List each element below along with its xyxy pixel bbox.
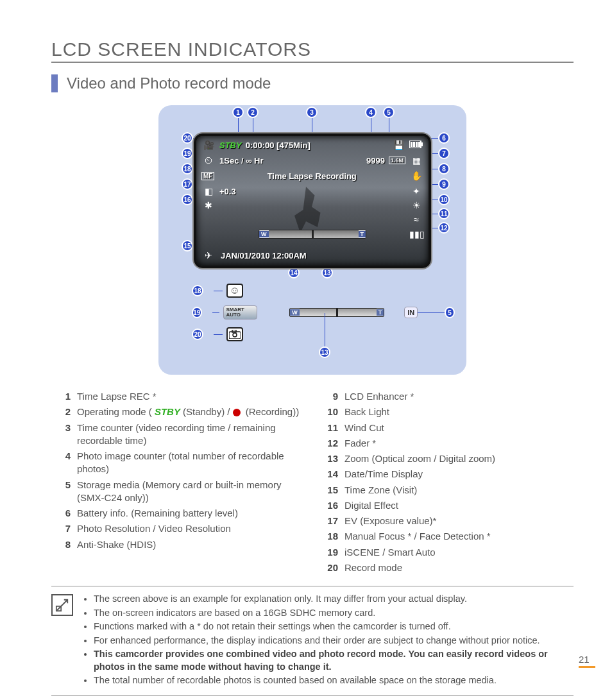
legend-text: Time counter (video recording time / rem…	[77, 422, 302, 448]
legend-num: 3	[55, 422, 71, 448]
ev-icon: ◧	[201, 186, 216, 196]
legend-item: 1Time Lapse REC *	[55, 390, 302, 403]
legend-item: 4Photo image counter (total number of re…	[55, 450, 302, 476]
callout-3: 3	[306, 107, 318, 118]
note-item: Functions marked with a * do not retain …	[94, 620, 574, 633]
legend-item: 20Record mode	[323, 561, 570, 574]
callout-9: 9	[438, 178, 450, 190]
secondary-icons: 18 ☺ 19 SMART AUTO W T IN 5 20	[202, 280, 455, 363]
rec-dot-icon	[233, 409, 241, 416]
callout-20b: 20	[192, 329, 203, 340]
ev-value: +0.3	[219, 187, 236, 196]
svg-rect-3	[413, 142, 415, 147]
legend-text: Zoom (Optical zoom / Digital zoom)	[344, 452, 495, 465]
svg-rect-2	[411, 142, 412, 147]
legend-num: 19	[323, 546, 338, 559]
mode-text: Time Lapse Recording	[268, 171, 357, 181]
legend-num: 12	[323, 437, 338, 450]
legend-num: 16	[323, 499, 338, 512]
storage-card-icon: 💾	[391, 140, 405, 150]
callout-7: 7	[438, 148, 450, 159]
anti-shake-icon: ✋	[409, 171, 423, 181]
datetime: JAN/01/2010 12:00AM	[221, 251, 307, 260]
legend-item: 19iSCENE / Smart Auto	[323, 546, 570, 559]
callout-13-lcd: 13	[321, 267, 333, 278]
callout-18b: 18	[192, 285, 203, 296]
legend-num: 10	[323, 405, 338, 418]
svg-point-8	[233, 333, 237, 337]
note-item: For enhanced performance, the display in…	[94, 635, 574, 647]
lcd-diagram: 1 2 3 4 5 20 19 18 17 16 15 6 7 8 9 10 1…	[158, 105, 466, 375]
callout-5-top: 5	[383, 107, 395, 118]
svg-rect-4	[416, 142, 418, 147]
callout-19: 19	[182, 148, 193, 159]
photo-mode-icon	[226, 327, 243, 341]
legend-item: 11Wind Cut	[323, 422, 570, 434]
callout-18: 18	[182, 163, 193, 175]
manual-focus-badge: MF	[201, 172, 214, 180]
callout-13b: 13	[319, 346, 330, 358]
legend-num: 4	[55, 450, 71, 476]
legend-text: Photo Resolution / Video Resolution	[77, 522, 231, 535]
legend-text: Operating mode ( STBY (Standby) / (Recor…	[77, 405, 299, 418]
callout-14: 14	[288, 267, 300, 278]
legend-item: 7Photo Resolution / Video Resolution	[55, 522, 302, 535]
callout-4: 4	[365, 107, 377, 118]
callout-6: 6	[438, 132, 450, 144]
backlight-icon: ☀	[409, 200, 423, 210]
legend-text: iSCENE / Smart Auto	[344, 546, 436, 559]
legend-text: Digital Effect	[344, 499, 398, 512]
section-title: Video and Photo record mode	[51, 74, 574, 92]
callout-2: 2	[247, 107, 259, 118]
legend-num: 6	[55, 507, 71, 520]
svg-rect-7	[232, 330, 236, 332]
page-title: LCD SCREEN INDICATORS	[51, 38, 574, 63]
legend-item: 6Battery info. (Remaining battery level)	[55, 507, 302, 520]
callout-20: 20	[182, 132, 193, 144]
face-detect-icon: ☺	[226, 284, 243, 298]
callout-11: 11	[438, 208, 450, 219]
note-icon	[51, 594, 73, 616]
callout-1: 1	[232, 107, 244, 118]
video-res-icon: ▦	[409, 155, 423, 166]
windcut-icon: ≈	[409, 214, 423, 225]
svg-rect-1	[421, 142, 423, 146]
callout-8: 8	[438, 163, 450, 175]
legend-item: 3Time counter (video recording time / re…	[55, 422, 302, 448]
legend-right: 9LCD Enhancer *10Back Light11Wind Cut12F…	[323, 390, 570, 577]
legend-item: 13Zoom (Optical zoom / Digital zoom)	[323, 452, 570, 465]
zoom-bar-lcd: W T	[259, 230, 366, 239]
smart-auto-icon: SMART AUTO	[223, 305, 257, 320]
callout-15: 15	[182, 240, 193, 252]
legend-item: 5Storage media (Memory card or built-in …	[55, 479, 302, 505]
legend-text: Fader *	[344, 437, 376, 450]
legend-item: 12Fader *	[323, 437, 570, 450]
internal-storage-icon: IN	[404, 307, 418, 318]
legend-text: LCD Enhancer *	[344, 390, 414, 403]
time-counter: 0:00:00 [475Min]	[246, 141, 310, 150]
legend-num: 9	[323, 390, 338, 403]
legend-text: Photo image counter (total number of rec…	[77, 450, 302, 476]
legend-text: Anti-Shake (HDIS)	[77, 538, 156, 551]
legend-text: Manual Focus * / Face Detection *	[344, 530, 491, 543]
lcd-enhancer-icon: ✦	[409, 186, 423, 196]
legend-text: Storage media (Memory card or built-in m…	[77, 479, 302, 505]
legend-text: Record mode	[344, 561, 402, 574]
legend-text: Date/Time Display	[344, 468, 423, 481]
stby-inline-icon: STBY	[155, 406, 180, 417]
legend-left: 1Time Lapse REC *2Operating mode ( STBY …	[55, 390, 302, 577]
note-item: The on-screen indicators are based on a …	[94, 607, 574, 620]
callout-16: 16	[182, 194, 193, 205]
note-item: The screen above is an example for expla…	[94, 593, 574, 606]
callout-10: 10	[438, 194, 450, 205]
legend-text: EV (Exposure value)*	[344, 515, 436, 527]
legend-item: 9LCD Enhancer *	[323, 390, 570, 403]
legend-text: Time Lapse REC *	[77, 390, 157, 403]
lcd-screen: 🎥 STBY 0:00:00 [475Min] 💾 ⏲ 1Sec / ∞ Hr …	[194, 133, 431, 268]
legend-text: Wind Cut	[344, 422, 384, 434]
photo-res-badge: 1.6M	[389, 157, 405, 164]
legend-item: 8Anti-Shake (HDIS)	[55, 538, 302, 551]
legend-num: 18	[323, 530, 338, 543]
timezone-icon: ✈	[201, 250, 216, 260]
note-list: The screen above is an example for expla…	[82, 593, 574, 688]
